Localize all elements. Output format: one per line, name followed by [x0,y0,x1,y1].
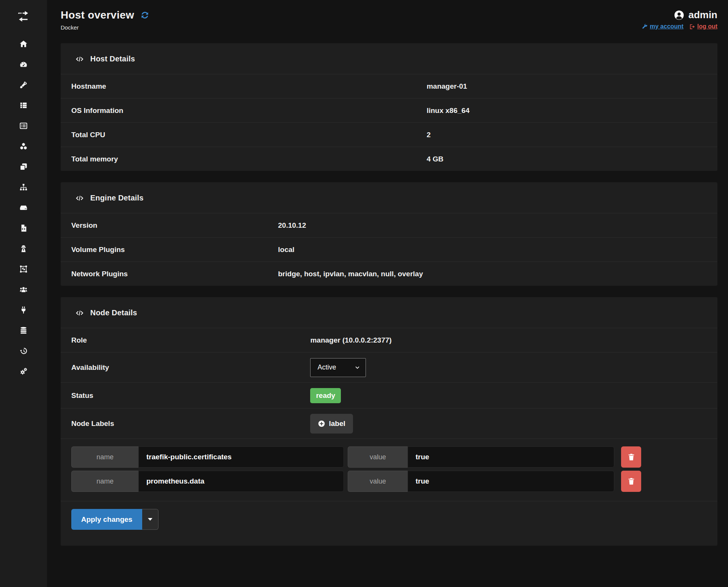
value-addon: value [348,446,408,468]
sidebar-item-swarm[interactable] [19,265,28,274]
environment-name: Docker [61,24,150,31]
chevron-down-icon [355,365,360,370]
sidebar-item-registry[interactable] [19,326,28,335]
row-value: linux x86_64 [427,106,469,115]
name-addon: name [71,446,138,468]
networks-sitemap-icon [19,183,28,191]
trash-icon [627,453,635,461]
my-account-label: my account [650,23,684,30]
role-row: Role manager (10.0.0.2:2377) [61,328,717,352]
row-label: Network Plugins [71,270,278,278]
user-circle-icon [674,10,684,20]
code-icon [75,55,84,63]
sidebar-item-registries[interactable] [19,162,28,171]
status-row: Status ready [61,382,717,408]
row-value: manager-01 [427,82,467,91]
table-row: Total CPU 2 [61,122,717,147]
node-details-panel: Node Details Role manager (10.0.0.2:2377… [61,297,717,546]
dashboard-gauge-icon [19,60,28,69]
sign-out-icon [689,23,695,30]
exchange-arrows-icon [16,10,31,23]
page-header: Host overview Docker admin my account lo… [61,0,717,43]
delete-label-button[interactable] [621,471,641,492]
swarm-object-group-icon [19,265,28,273]
sidebar-item-app-templates[interactable] [19,80,28,89]
row-label: OS Information [71,106,427,115]
sidebar-nav [19,39,28,376]
add-label-button[interactable]: label [310,414,353,434]
registry-database-icon [19,326,28,335]
sidebar-item-users[interactable] [19,285,28,294]
sidebar-item-stacks[interactable] [19,101,28,110]
endpoints-plug-icon [19,306,28,314]
refresh-icon[interactable] [140,10,150,20]
row-value: 20.10.12 [278,221,306,230]
label-value-input[interactable] [408,446,614,468]
apply-changes-dropdown-button[interactable] [142,509,158,530]
username: admin [688,9,717,21]
users-icon [19,285,28,294]
sidebar-item-volumes[interactable] [19,203,28,212]
app-templates-rocket-icon [19,81,28,89]
sidebar [0,0,47,587]
stacks-list-icon [19,101,28,110]
sidebar-item-dashboard[interactable] [19,60,28,69]
availability-row: Availability Active [61,352,717,382]
log-out-link[interactable]: log out [689,23,717,30]
history-icon [19,347,28,355]
sidebar-item-images[interactable] [19,142,28,151]
label-value-input[interactable] [408,471,614,492]
page-title: Host overview [61,9,134,21]
apply-changes-button[interactable]: Apply changes [71,509,142,530]
sidebar-item-secrets[interactable] [19,244,28,253]
plus-circle-icon [318,420,325,427]
status-badge: ready [310,388,341,403]
row-label: Volume Plugins [71,246,278,254]
availability-selected-value: Active [317,363,336,371]
my-account-link[interactable]: my account [642,23,684,30]
row-value: manager (10.0.0.2:2377) [310,336,391,344]
table-row: Volume Plugins local [61,237,717,261]
label-row: name value [71,446,717,468]
sidebar-item-history[interactable] [19,346,28,355]
host-details-panel: Host Details Hostname manager-01 OS Info… [61,43,717,171]
trash-icon [627,477,635,485]
row-value: 4 GB [427,155,443,163]
engine-details-panel: Engine Details Version 20.10.12 Volume P… [61,182,717,286]
sidebar-item-configs[interactable] [19,224,28,233]
availability-select[interactable]: Active [310,358,366,377]
registries-copy-icon [19,163,28,171]
row-value: bridge, host, ipvlan, macvlan, null, ove… [278,270,423,278]
volumes-hdd-icon [19,203,28,212]
configs-file-code-icon [19,224,28,232]
sidebar-item-home[interactable] [19,39,28,49]
delete-label-button[interactable] [621,446,641,468]
row-label: Role [71,336,310,344]
label-name-input[interactable] [138,471,344,492]
wrench-icon [642,23,648,30]
panel-title: Engine Details [90,194,144,202]
caret-down-icon [148,518,152,521]
row-label: Total CPU [71,131,427,139]
sidebar-item-settings[interactable] [19,367,28,376]
panel-title: Node Details [90,308,137,317]
home-icon [19,40,28,48]
row-value: 2 [427,131,431,139]
node-labels-row: Node Labels label [61,408,717,438]
containers-list-alt-icon [19,122,28,130]
app-logo[interactable] [16,10,31,24]
settings-cogs-icon [19,367,28,376]
table-row: Version 20.10.12 [61,213,717,237]
name-addon: name [71,471,138,492]
label-name-input[interactable] [138,446,344,468]
table-row: Hostname manager-01 [61,74,717,98]
code-icon [75,309,84,317]
sidebar-item-endpoints[interactable] [19,305,28,315]
label-row: name value [71,471,717,492]
sidebar-item-containers[interactable] [19,121,28,130]
images-cubes-icon [19,142,28,150]
table-row: Total memory 4 GB [61,147,717,171]
row-label: Total memory [71,155,427,163]
sidebar-item-networks[interactable] [19,183,28,192]
row-label: Node Labels [71,420,310,428]
